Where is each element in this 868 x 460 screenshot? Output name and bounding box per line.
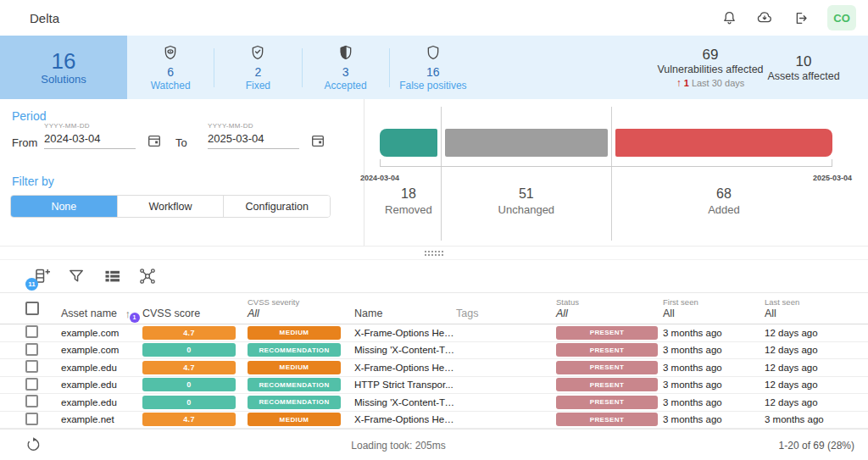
from-date-input[interactable] — [44, 130, 136, 149]
stats-bar: 16 Solutions 6 Watched 2 Fixed 3 Accepte… — [0, 36, 868, 99]
stat-tile-false-positives[interactable]: 16 False positives — [390, 44, 476, 91]
last-seen-cell: 12 days ago — [765, 363, 868, 373]
column-cvss-severity[interactable]: CVSS severity All — [248, 293, 354, 324]
drag-handle-icon — [424, 250, 444, 257]
columns-icon[interactable] — [103, 268, 120, 285]
chart-end-date: 2025-03-04 — [813, 174, 852, 182]
from-date-field: YYYY-MM-DD — [44, 122, 136, 149]
column-cvss-score[interactable]: CVSS score — [142, 293, 248, 324]
row-checkbox[interactable] — [25, 343, 38, 356]
status-badge: PRESENT — [556, 343, 658, 357]
assets-label: Assets affected — [767, 70, 839, 82]
table-row[interactable]: example.edu 4.7 MEDIUM X-Frame-Options H… — [0, 359, 868, 377]
cloud-download-icon[interactable] — [756, 9, 773, 26]
row-checkbox[interactable] — [25, 395, 38, 407]
filter-by-heading: Filter by — [12, 175, 54, 188]
last-seen-cell: 3 months ago — [765, 414, 868, 424]
delta-stat-unchanged: 51Unchanged — [445, 186, 608, 216]
row-checkbox[interactable] — [25, 413, 38, 425]
last-seen-cell: 12 days ago — [765, 328, 868, 338]
fixed-label: Fixed — [246, 80, 270, 91]
table-footer: Loading took: 205ms 1-20 of 69 (28%) — [0, 429, 868, 460]
cvss-severity-badge: RECOMMENDATION — [248, 343, 341, 357]
table-row[interactable]: example.edu 0 RECOMMENDATION HTTP Strict… — [0, 377, 868, 395]
stat-assets-affected: 10 Assets affected — [761, 36, 846, 99]
sort-order-badge: 1 — [130, 313, 140, 323]
table-header: Asset name ↑ 1 CVSS score CVSS severity … — [0, 292, 868, 324]
sort-indicator[interactable]: ↑ 1 — [125, 306, 131, 321]
notifications-icon[interactable] — [721, 9, 737, 26]
cvss-severity-filter-value: All — [248, 308, 354, 319]
first-seen-cell: 3 months ago — [663, 380, 765, 390]
row-checkbox[interactable] — [25, 378, 38, 391]
column-tags[interactable]: Tags — [456, 293, 556, 324]
page-title: Delta — [30, 11, 59, 25]
stat-tile-accepted[interactable]: 3 Accepted — [303, 44, 389, 91]
to-calendar-icon[interactable] — [310, 133, 326, 148]
name-header-label: Name — [354, 298, 456, 319]
first-seen-cell: 3 months ago — [663, 397, 765, 407]
cvss-score-badge: 4.7 — [142, 361, 236, 374]
to-date-input[interactable] — [208, 130, 299, 149]
views-count-badge: 11 — [25, 278, 38, 291]
delta-stat-value: 51 — [445, 186, 608, 202]
row-checkbox[interactable] — [25, 360, 38, 373]
first-seen-cell: 3 months ago — [663, 328, 765, 338]
cvss-score-badge: 0 — [142, 343, 236, 357]
table-row[interactable]: example.com 0 RECOMMENDATION Missing 'X-… — [0, 342, 868, 360]
filter-funnel-icon[interactable] — [68, 268, 85, 285]
pagination-status: 1-20 of 69 (28%) — [779, 440, 854, 452]
shield-outline-icon — [425, 44, 442, 64]
to-label: To — [175, 136, 187, 149]
stat-tile-solutions[interactable]: 16 Solutions — [0, 36, 127, 99]
first-seen-cell: 3 months ago — [663, 363, 765, 373]
to-date-field: YYYY-MM-DD — [208, 122, 299, 149]
column-asset-name[interactable]: Asset name ↑ 1 — [53, 293, 142, 324]
delta-stat-removed: 18Removed — [380, 186, 437, 216]
stat-tile-fixed[interactable]: 2 Fixed — [214, 44, 301, 91]
delta-stat-label: Added — [615, 203, 832, 216]
column-last-seen[interactable]: Last seen All — [765, 293, 868, 324]
column-status[interactable]: Status All — [556, 293, 663, 324]
panel-splitter[interactable] — [0, 246, 868, 260]
column-first-seen[interactable]: First seen All — [663, 293, 765, 324]
graph-icon[interactable] — [139, 268, 156, 285]
filter-workflow-button[interactable]: Workflow — [118, 196, 225, 217]
select-all-checkbox[interactable] — [25, 302, 39, 315]
delta-stat-value: 18 — [380, 186, 437, 202]
filter-none-button[interactable]: None — [11, 196, 118, 217]
tags-header-label: Tags — [456, 298, 556, 319]
add-view-icon[interactable]: 11 — [32, 268, 49, 285]
shield-eye-icon — [162, 44, 179, 64]
solutions-label: Solutions — [41, 73, 86, 86]
user-avatar[interactable]: CO — [827, 5, 856, 30]
last-seen-header-label: Last seen — [765, 297, 868, 307]
row-checkbox[interactable] — [25, 325, 38, 338]
cvss-severity-badge: MEDIUM — [248, 361, 341, 374]
stat-tiles: 6 Watched 2 Fixed 3 Accepted 16 False po… — [127, 36, 476, 99]
column-name[interactable]: Name — [354, 293, 456, 324]
stat-tile-watched[interactable]: 6 Watched — [127, 44, 214, 91]
table-row[interactable]: example.com 4.7 MEDIUM X-Frame-Options H… — [0, 324, 868, 342]
topbar-actions: CO — [721, 5, 856, 30]
from-calendar-icon[interactable] — [147, 133, 162, 148]
filter-configuration-button[interactable]: Configuration — [224, 196, 330, 217]
table-row[interactable]: example.net 4.7 MEDIUM X-Frame-Options H… — [0, 412, 868, 430]
last-seen-cell: 12 days ago — [765, 397, 868, 407]
asset-name-cell: example.edu — [53, 397, 142, 407]
table-row[interactable]: example.edu 0 RECOMMENDATION Missing 'X-… — [0, 394, 868, 412]
cvss-score-badge: 4.7 — [142, 413, 236, 426]
from-date-format: YYYY-MM-DD — [44, 122, 136, 130]
solutions-value: 16 — [52, 49, 76, 74]
delta-segment-added — [615, 129, 832, 157]
chart-axis — [380, 166, 832, 167]
shield-half-icon — [337, 44, 354, 64]
vulnerability-name-cell: X-Frame-Options Hea... — [354, 328, 456, 338]
logout-icon[interactable] — [792, 9, 809, 26]
vulnerabilities-label: Vulnerabilities affected — [657, 64, 763, 75]
cvss-score-badge: 0 — [142, 378, 236, 391]
status-badge: PRESENT — [556, 326, 658, 340]
delta-page: Delta CO 16 Solutions 6 Watched — [0, 0, 868, 460]
last-seen-cell: 12 days ago — [765, 345, 868, 355]
delta-bar — [380, 129, 832, 157]
